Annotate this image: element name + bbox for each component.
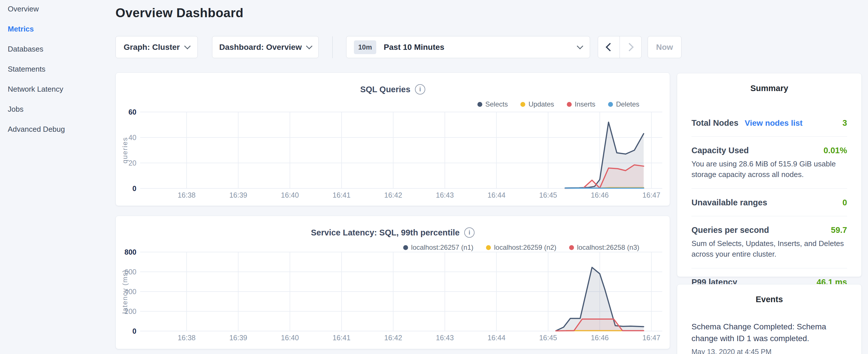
time-pager <box>598 36 642 58</box>
service-latency-chart-card: Service Latency: SQL, 99th percentile i … <box>116 216 670 349</box>
svg-text:40: 40 <box>128 133 136 141</box>
summary-row-capacity: Capacity Used 0.01% <box>691 146 847 155</box>
capacity-used-desc: You are using 28.6 MiB of 515.9 GiB usab… <box>691 159 847 180</box>
svg-text:16:45: 16:45 <box>539 334 557 342</box>
svg-text:16:46: 16:46 <box>591 191 609 199</box>
chevron-down-icon <box>306 43 313 49</box>
next-time-button[interactable] <box>620 36 641 58</box>
summary-row-total-nodes: Total Nodes View nodes list 3 <box>691 118 847 128</box>
unavailable-ranges-value: 0 <box>842 198 847 207</box>
divider <box>691 268 847 268</box>
sidebar-item-databases[interactable]: Databases <box>8 45 111 53</box>
svg-text:16:47: 16:47 <box>643 334 660 342</box>
svg-text:60: 60 <box>128 108 136 116</box>
events-title: Events <box>691 295 847 304</box>
view-nodes-list-link[interactable]: View nodes list <box>745 119 803 128</box>
svg-text:16:40: 16:40 <box>281 334 299 342</box>
svg-text:latency (ms): latency (ms) <box>121 269 129 314</box>
svg-text:16:43: 16:43 <box>436 191 454 199</box>
svg-text:16:47: 16:47 <box>643 191 660 199</box>
sidebar-item-metrics[interactable]: Metrics <box>8 25 111 33</box>
chevron-left-icon <box>606 43 614 52</box>
time-window-label: Past 10 Minutes <box>384 43 570 52</box>
svg-text:20: 20 <box>128 159 136 167</box>
sidebar-item-advanced-debug[interactable]: Advanced Debug <box>8 125 111 133</box>
sql-queries-chart: 16:3816:3916:4016:4116:4216:4316:4416:45… <box>116 73 670 206</box>
qps-desc: Sum of Selects, Updates, Inserts, and De… <box>691 238 847 259</box>
qps-value: 59.7 <box>831 225 847 235</box>
sidebar-item-network-latency[interactable]: Network Latency <box>8 85 111 93</box>
total-nodes-value: 3 <box>842 118 847 128</box>
sidebar-item-jobs[interactable]: Jobs <box>8 105 111 113</box>
svg-text:16:41: 16:41 <box>333 191 351 199</box>
sidebar-item-statements[interactable]: Statements <box>8 65 111 73</box>
graph-dropdown-label: Graph: Cluster <box>124 43 180 52</box>
svg-text:16:43: 16:43 <box>436 334 454 342</box>
capacity-used-value: 0.01% <box>824 146 847 155</box>
chevron-right-icon <box>625 43 634 52</box>
svg-text:0: 0 <box>132 185 136 192</box>
sidebar: Overview Metrics Databases Statements Ne… <box>8 5 111 133</box>
svg-text:16:41: 16:41 <box>333 334 351 342</box>
prev-time-button[interactable] <box>598 36 620 58</box>
sql-queries-chart-card: SQL Queries i Selects Updates Inserts De… <box>116 72 670 206</box>
divider <box>691 216 847 216</box>
summary-panel: Summary Total Nodes View nodes list 3 Ca… <box>677 73 862 277</box>
svg-text:16:42: 16:42 <box>384 334 402 342</box>
svg-text:queries: queries <box>121 137 129 164</box>
time-window-badge: 10m <box>354 40 376 54</box>
svg-text:16:39: 16:39 <box>229 334 247 342</box>
event-item[interactable]: Schema Change Completed: Schema change w… <box>691 321 847 344</box>
svg-text:16:40: 16:40 <box>281 191 299 199</box>
dashboard-dropdown-label: Dashboard: Overview <box>219 43 302 52</box>
now-button[interactable]: Now <box>648 36 681 58</box>
graph-dropdown[interactable]: Graph: Cluster <box>116 36 198 58</box>
svg-text:16:44: 16:44 <box>488 191 505 199</box>
dashboard-dropdown[interactable]: Dashboard: Overview <box>212 36 319 58</box>
svg-text:800: 800 <box>124 248 136 256</box>
chevron-down-icon <box>184 43 191 49</box>
chevron-down-icon <box>577 43 584 49</box>
divider <box>691 136 847 137</box>
service-latency-chart: 16:3816:3916:4016:4116:4216:4316:4416:45… <box>116 216 670 349</box>
summary-row-qps: Queries per second 59.7 <box>691 225 847 235</box>
svg-text:16:45: 16:45 <box>539 191 557 199</box>
svg-text:16:44: 16:44 <box>488 334 505 342</box>
event-timestamp: May 13, 2020 at 4:45 PM <box>691 348 847 354</box>
svg-text:0: 0 <box>132 327 136 335</box>
svg-text:16:39: 16:39 <box>229 191 247 199</box>
svg-text:16:38: 16:38 <box>178 191 196 199</box>
time-window-selector[interactable]: 10m Past 10 Minutes <box>346 36 590 58</box>
svg-text:16:38: 16:38 <box>178 334 196 342</box>
summary-title: Summary <box>691 84 847 93</box>
svg-text:16:46: 16:46 <box>591 334 609 342</box>
summary-row-unavailable-ranges: Unavailable ranges 0 <box>691 198 847 207</box>
page-title: Overview Dashboard <box>116 6 244 20</box>
svg-text:16:42: 16:42 <box>384 191 402 199</box>
events-panel: Events Schema Change Completed: Schema c… <box>677 284 862 354</box>
sidebar-item-overview[interactable]: Overview <box>8 5 111 12</box>
